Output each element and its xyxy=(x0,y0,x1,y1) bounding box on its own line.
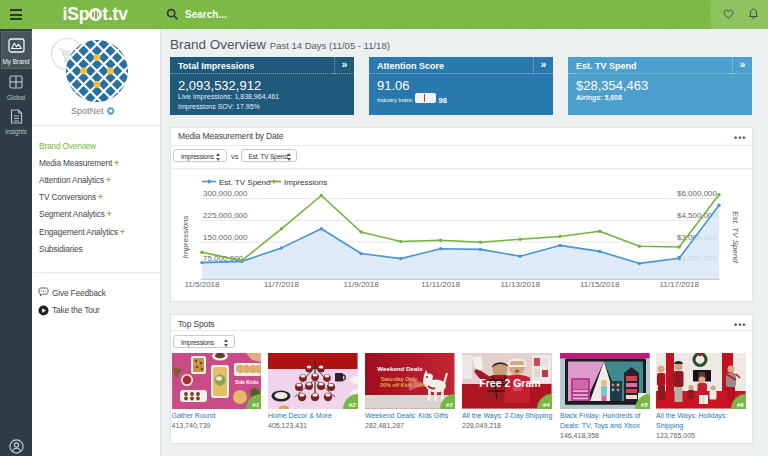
svg-text:Weekend Deals: Weekend Deals xyxy=(377,365,423,372)
svg-text:11/15/2018: 11/15/2018 xyxy=(580,280,620,289)
svg-text:Side Kicks: Side Kicks xyxy=(235,380,259,385)
svg-text:Saturday Only: Saturday Only xyxy=(381,376,418,382)
svg-text:20% off Kids Gifts: 20% off Kids Gifts xyxy=(380,382,426,388)
svg-text:11/11/2018: 11/11/2018 xyxy=(421,280,460,289)
svg-text:Free 2 Gram: Free 2 Gram xyxy=(479,377,540,389)
svg-text:$6,000,000: $6,000,000 xyxy=(677,189,718,198)
svg-text:300,000,000: 300,000,000 xyxy=(203,189,248,198)
svg-text:11/13/2018: 11/13/2018 xyxy=(500,280,540,289)
svg-text:Impressions: Impressions xyxy=(181,215,190,258)
svg-text:150,000,000: 150,000,000 xyxy=(203,233,248,242)
svg-text:11/7/2018: 11/7/2018 xyxy=(264,280,300,289)
svg-text:225,000,000: 225,000,000 xyxy=(203,211,248,220)
svg-text:11/17/2018: 11/17/2018 xyxy=(659,280,699,289)
svg-text:Est. TV Spend: Est. TV Spend xyxy=(219,178,270,187)
svg-text:Impressions: Impressions xyxy=(284,178,327,187)
svg-text:11/9/2018: 11/9/2018 xyxy=(344,280,380,289)
svg-text:11/5/2018: 11/5/2018 xyxy=(185,280,221,289)
svg-text:Est. TV Spend: Est. TV Spend xyxy=(731,211,740,263)
